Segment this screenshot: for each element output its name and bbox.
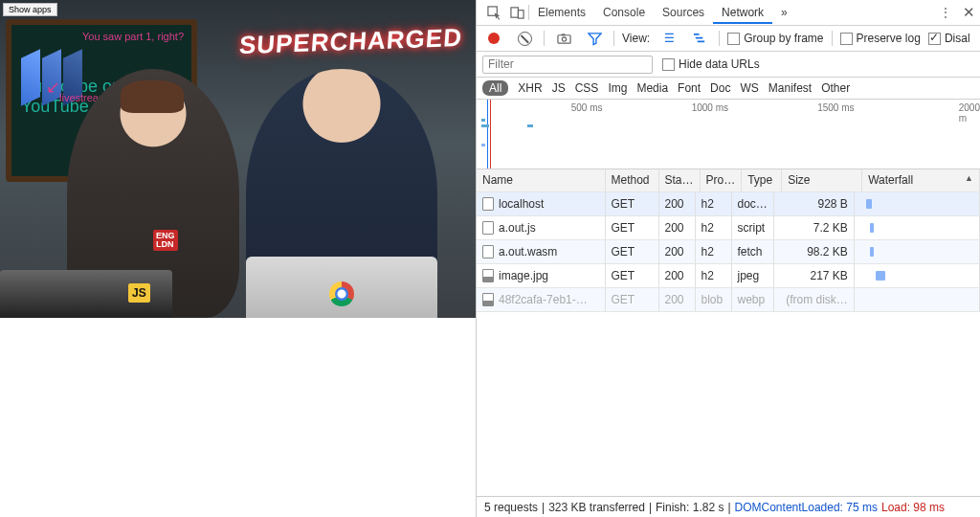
devtools-panel: Elements Console Sources Network » ⋮ ✕ V… xyxy=(476,0,980,517)
request-grid: Name Method Sta… Pro… Type Size Waterfal… xyxy=(477,169,980,496)
filter-xhr[interactable]: XHR xyxy=(518,81,542,95)
video-pane: Show apps You saw part 1, right? ↙ lives… xyxy=(0,0,476,517)
divider-icon xyxy=(719,31,720,46)
file-icon xyxy=(482,197,494,211)
tab-elements[interactable]: Elements xyxy=(529,1,594,24)
tab-console[interactable]: Console xyxy=(594,1,654,24)
waterfall-cell xyxy=(860,291,973,308)
large-rows-icon[interactable]: ☰ xyxy=(657,27,680,50)
table-row[interactable]: localhostGET200h2doc…928 B xyxy=(477,192,980,216)
devtools-tabbar: Elements Console Sources Network » ⋮ ✕ xyxy=(477,0,980,26)
tab-sources[interactable]: Sources xyxy=(654,1,713,24)
col-waterfall[interactable]: Waterfall▲ xyxy=(862,169,980,191)
file-icon xyxy=(482,293,494,306)
filter-js[interactable]: JS xyxy=(552,81,566,95)
hide-label: Hide data URLs xyxy=(679,57,760,71)
divider-icon xyxy=(613,31,614,46)
preserve-label: Preserve log xyxy=(857,32,921,45)
tick-2000: 2000 m xyxy=(959,102,980,124)
waterfall-cell xyxy=(860,267,973,284)
capture-screenshot-icon[interactable] xyxy=(552,27,575,50)
tick-1500: 1500 ms xyxy=(817,102,854,113)
filter-manifest[interactable]: Manifest xyxy=(768,81,812,95)
disable-cache-checkbox[interactable]: Disal xyxy=(928,32,970,45)
show-apps-button[interactable]: Show apps xyxy=(3,3,57,16)
neon-sign: SUPERCHARGED xyxy=(238,23,463,60)
waterfall-cell xyxy=(860,243,973,260)
filter-all[interactable]: All xyxy=(482,80,508,96)
filter-icon[interactable] xyxy=(583,27,606,50)
svg-rect-1 xyxy=(510,7,518,16)
filter-media[interactable]: Media xyxy=(636,81,668,95)
inspect-icon[interactable] xyxy=(482,1,505,24)
filter-font[interactable]: Font xyxy=(678,81,701,95)
table-row[interactable]: 48f2cafa-7eb1-…GET200blobwebp(from disk… xyxy=(477,287,980,311)
col-name[interactable]: Name xyxy=(477,169,605,191)
load-line-icon xyxy=(490,100,491,169)
network-toolbar: View: ☰ Group by frame Preserve log Disa… xyxy=(477,26,980,52)
filter-ws[interactable]: WS xyxy=(740,81,758,95)
sticker-js: JS xyxy=(128,283,150,303)
sticker-eng: ENG LDN xyxy=(153,230,178,251)
close-icon[interactable]: ✕ xyxy=(957,1,980,24)
type-filters: All XHR JS CSS Img Media Font Doc WS Man… xyxy=(477,78,980,100)
chalk-text-top: You saw part 1, right? xyxy=(82,31,184,42)
laptop-right xyxy=(246,257,437,318)
view-label: View: xyxy=(622,32,650,45)
timeline-bar xyxy=(481,144,485,146)
record-button[interactable] xyxy=(482,27,505,50)
file-icon xyxy=(482,221,494,235)
col-status[interactable]: Sta… xyxy=(658,169,700,191)
table-header: Name Method Sta… Pro… Type Size Waterfal… xyxy=(477,169,980,191)
clear-icon[interactable] xyxy=(513,27,536,50)
arrow-icon: ↙ xyxy=(46,77,60,98)
group-label: Group by frame xyxy=(744,32,823,45)
filter-input[interactable] xyxy=(482,56,653,74)
tab-network[interactable]: Network xyxy=(713,1,772,24)
status-dcl: DOMContentLoaded: 75 ms xyxy=(735,501,878,514)
status-transferred: 323 KB transferred xyxy=(548,501,645,514)
disable-cache-label: Disal xyxy=(945,32,970,45)
preserve-log-checkbox[interactable]: Preserve log xyxy=(840,32,921,45)
table-row[interactable]: a.out.jsGET200h2script7.2 KB xyxy=(477,215,980,239)
col-size[interactable]: Size xyxy=(782,169,862,191)
filter-css[interactable]: CSS xyxy=(575,81,599,95)
dcl-line-icon xyxy=(487,100,488,169)
file-icon xyxy=(482,245,494,258)
timeline-bar xyxy=(481,119,485,122)
status-finish: Finish: 1.82 s xyxy=(656,501,724,514)
svg-rect-5 xyxy=(561,34,565,35)
video-content: Show apps You saw part 1, right? ↙ lives… xyxy=(0,0,476,318)
waterfall-cell xyxy=(860,219,973,236)
timeline-overview[interactable]: 500 ms 1000 ms 1500 ms 2000 m xyxy=(477,100,980,169)
filter-img[interactable]: Img xyxy=(608,81,627,95)
table-row[interactable]: a.out.wasmGET200h2fetch98.2 KB xyxy=(477,239,980,263)
kebab-icon[interactable]: ⋮ xyxy=(934,1,957,24)
divider-icon xyxy=(544,31,545,46)
waterfall-view-icon[interactable] xyxy=(688,27,711,50)
status-bar: 5 requests | 323 KB transferred | Finish… xyxy=(477,496,980,517)
table-row[interactable]: image.jpgGET200h2jpeg217 KB xyxy=(477,263,980,287)
filter-doc[interactable]: Doc xyxy=(710,81,730,95)
group-by-frame-checkbox[interactable]: Group by frame xyxy=(727,32,823,45)
svg-rect-3 xyxy=(557,34,569,42)
tab-more[interactable]: » xyxy=(772,1,796,24)
tick-500: 500 ms xyxy=(571,102,603,113)
svg-rect-2 xyxy=(518,10,523,17)
col-method[interactable]: Method xyxy=(605,169,658,191)
timeline-bar xyxy=(481,124,489,127)
status-requests: 5 requests xyxy=(484,501,538,514)
filter-bar: Hide data URLs xyxy=(477,52,980,78)
svg-point-4 xyxy=(562,36,566,40)
waterfall-cell xyxy=(860,195,973,213)
laptop-left: JS ENG LDN xyxy=(0,270,172,318)
filter-other[interactable]: Other xyxy=(821,81,850,95)
col-protocol[interactable]: Pro… xyxy=(700,169,742,191)
device-toggle-icon[interactable] xyxy=(505,1,528,24)
status-load: Load: 98 ms xyxy=(881,501,945,514)
col-type[interactable]: Type xyxy=(742,169,782,191)
tick-1000: 1000 ms xyxy=(692,102,728,113)
hide-data-urls-checkbox[interactable]: Hide data URLs xyxy=(662,57,760,71)
chrome-icon xyxy=(329,281,354,306)
timeline-bar xyxy=(527,124,533,127)
